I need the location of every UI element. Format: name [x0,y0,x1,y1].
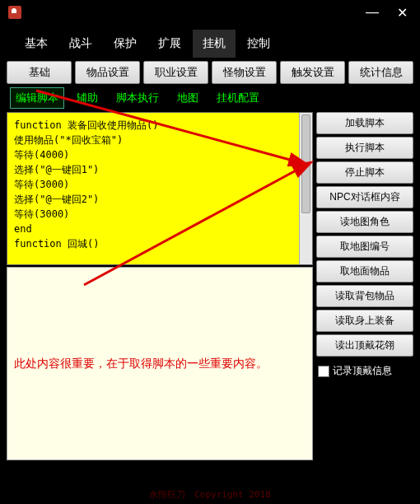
btn-read-bag[interactable]: 读取背包物品 [316,285,413,307]
sub-tabs: 编辑脚本 辅助 脚本执行 地图 挂机配置 [7,87,413,109]
tab-hangup[interactable]: 挂机 [193,30,236,58]
tab-basic[interactable]: 基本 [15,30,58,58]
subtab-map[interactable]: 地图 [171,87,204,109]
checkbox-label: 记录顶戴信息 [333,364,392,378]
script-line: 选择("@一键回2") [14,192,306,207]
script-line: 等待(3000) [14,177,306,192]
left-column: function 装备回收使用物品() 使用物品("*回收宝箱") 等待(400… [7,112,313,460]
subtab-hangup-config[interactable]: 挂机配置 [211,87,265,109]
btn-npc-dialog[interactable]: NPC对话框内容 [316,186,413,208]
btn-item-settings[interactable]: 物品设置 [75,61,140,84]
main-area: function 装备回收使用物品() 使用物品("*回收宝箱") 等待(400… [7,112,413,460]
config-buttons: 基础 物品设置 职业设置 怪物设置 触发设置 统计信息 [7,61,413,84]
btn-stop-script[interactable]: 停止脚本 [316,161,413,184]
btn-base[interactable]: 基础 [7,61,72,84]
subtab-assist[interactable]: 辅助 [71,87,104,109]
minimize-button[interactable]: — [357,2,387,22]
footer: 永恒狂刀 Copyright 2018 [0,488,420,501]
app-icon [8,6,21,19]
btn-get-ground-items[interactable]: 取地面物品 [316,260,413,282]
subtab-edit-script[interactable]: 编辑脚本 [10,87,64,109]
btn-monster-settings[interactable]: 怪物设置 [212,61,277,84]
window-controls: — ✕ [357,2,417,22]
btn-read-crown[interactable]: 读出顶戴花翎 [316,334,413,357]
info-text: 此处内容很重要，在于取得脚本的一些重要内容。 [14,357,268,371]
scrollbar-thumb[interactable] [301,114,310,213]
btn-class-settings[interactable]: 职业设置 [143,61,208,84]
info-panel: 此处内容很重要，在于取得脚本的一些重要内容。 [7,267,313,460]
script-line: function 回城() [14,236,306,251]
script-line: 等待(3000) [14,207,306,222]
subtab-script-exec[interactable]: 脚本执行 [110,87,165,109]
checkbox-row: 记录顶戴信息 [316,359,413,383]
scrollbar[interactable] [299,113,312,264]
btn-run-script[interactable]: 执行脚本 [316,137,413,159]
script-line: 等待(4000) [14,147,306,162]
tab-extend[interactable]: 扩展 [148,30,191,58]
btn-stats[interactable]: 统计信息 [348,61,413,84]
btn-load-script[interactable]: 加载脚本 [316,112,413,134]
script-editor[interactable]: function 装备回收使用物品() 使用物品("*回收宝箱") 等待(400… [7,112,313,265]
tab-combat[interactable]: 战斗 [59,30,102,58]
script-line: function 装备回收使用物品() [14,118,306,133]
script-line: 选择("@一键回1") [14,162,306,177]
content: 基础 物品设置 职业设置 怪物设置 触发设置 统计信息 编辑脚本 辅助 脚本执行… [0,58,420,464]
tab-protect[interactable]: 保护 [104,30,147,58]
app-window: — ✕ 基本 战斗 保护 扩展 挂机 控制 基础 物品设置 职业设置 怪物设置 … [0,0,420,504]
right-column: 加载脚本 执行脚本 停止脚本 NPC对话框内容 读地图角色 取地图编号 取地面物… [316,112,413,460]
titlebar: — ✕ [0,0,420,25]
record-crown-checkbox[interactable] [318,366,329,377]
btn-read-map-role[interactable]: 读地图角色 [316,211,413,233]
btn-trigger-settings[interactable]: 触发设置 [280,61,345,84]
top-tabs: 基本 战斗 保护 扩展 挂机 控制 [0,25,420,58]
tab-control[interactable]: 控制 [237,30,280,58]
btn-get-map-id[interactable]: 取地图编号 [316,236,413,258]
btn-read-equip[interactable]: 读取身上装备 [316,310,413,332]
close-button[interactable]: ✕ [387,2,417,22]
script-line: end [14,222,306,236]
script-line: 使用物品("*回收宝箱") [14,133,306,147]
